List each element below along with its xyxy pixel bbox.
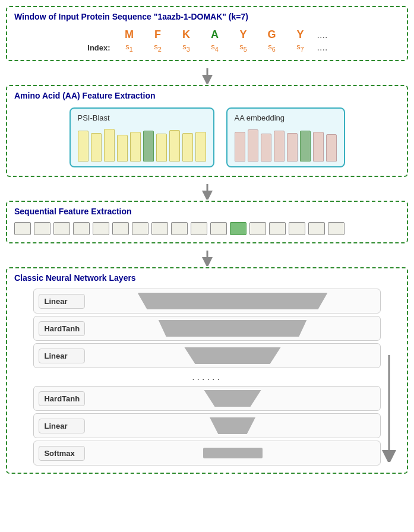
sq-16 (308, 222, 325, 235)
nn-layer-hardtanh-2: HardTanh (33, 386, 380, 411)
arrow-3 (199, 249, 216, 266)
residue-F: F (144, 27, 172, 42)
embed-bar-3 (261, 134, 271, 162)
embed-bar-6-green (300, 131, 311, 162)
embed-bar-4 (274, 131, 285, 162)
bar-7 (156, 134, 167, 162)
idx-4: s4 (201, 42, 229, 53)
embed-bar-1 (235, 132, 245, 162)
layer-label-softmax: Softmax (39, 446, 85, 461)
aa-feature-row: PSI-Blast AA embedding (14, 104, 400, 171)
final-arrow (382, 355, 396, 462)
layer-label-hardtanh-1: HardTanh (39, 321, 85, 336)
aa-embed-label: AA embedding (235, 113, 285, 122)
bar-2 (91, 133, 102, 162)
section-neural-network: Classic Neural Network Layers Linear Har… (6, 267, 408, 474)
residue-Y1: Y (229, 27, 258, 42)
bar-softmax (203, 448, 263, 458)
bar-9 (182, 133, 193, 162)
trap-container-5 (90, 416, 375, 435)
residue-G: G (258, 27, 286, 42)
section-protein-sequence: Window of Input Protein Sequence "1aazb-… (6, 6, 408, 61)
trapezoid-very-narrow (197, 390, 268, 407)
nn-layer-softmax: Softmax (33, 441, 380, 466)
nn-layer-linear-1: Linear (33, 289, 380, 314)
trap-container-1 (90, 292, 375, 311)
bar-4 (117, 135, 128, 162)
embed-bar-8 (326, 134, 337, 162)
sq-3 (53, 222, 70, 235)
nn-dots: ...... (192, 372, 222, 382)
section1-title: Window of Input Protein Sequence "1aazb-… (14, 12, 400, 21)
bar-3 (104, 129, 115, 162)
idx-3: s3 (172, 42, 201, 53)
psi-blast-bars (78, 126, 206, 162)
index-row: Index: s1 s2 s3 s4 s5 s6 s7 .... (87, 42, 328, 53)
sequential-feature-boxes (14, 220, 400, 238)
trapezoid-wide-1 (138, 293, 328, 309)
sq-14 (269, 222, 286, 235)
nn-layer-linear-3: Linear (33, 413, 380, 438)
index-dots: .... (317, 42, 328, 53)
residue-Y2: Y (286, 27, 315, 42)
idx-6: s6 (258, 42, 286, 53)
layer-label-linear-3: Linear (39, 419, 85, 433)
idx-2: s2 (144, 42, 172, 53)
layer-label-linear-2: Linear (39, 349, 85, 363)
trapezoid-medium-1 (156, 320, 310, 337)
sequence-table: M F K A Y G Y .... Index: s1 s2 s3 s4 s5… (14, 25, 400, 55)
trap-container-3 (90, 346, 375, 365)
bar-10 (195, 132, 206, 162)
bar-8 (169, 130, 180, 162)
sq-15 (289, 222, 305, 235)
nn-layer-container: Linear HardTanh Linear ...... HardTanh (14, 286, 400, 468)
sq-7 (132, 222, 148, 235)
sq-10 (191, 222, 207, 235)
arrow-1 (199, 67, 216, 84)
arrow-2 (199, 183, 216, 200)
residue-K: K (172, 27, 201, 42)
trap-container-2 (90, 319, 375, 338)
residue-M: M (115, 27, 144, 42)
trap-container-4 (90, 389, 375, 408)
section3-title: Sequential Feature Extraction (14, 207, 400, 216)
section-aa-feature: Amino Acid (AA) Feature Extraction PSI-B… (6, 85, 408, 177)
sq-5 (93, 222, 109, 235)
index-label: Index: (87, 43, 110, 52)
layer-label-linear-1: Linear (39, 294, 85, 309)
section2-title: Amino Acid (AA) Feature Extraction (14, 91, 400, 100)
nn-layer-hardtanh-1: HardTanh (33, 316, 380, 341)
idx-5: s5 (229, 42, 258, 53)
sq-17 (328, 222, 345, 235)
nn-layer-linear-2: Linear (33, 343, 380, 368)
residue-dots: .... (317, 30, 328, 40)
sq-6 (112, 222, 129, 235)
aa-embed-bars (235, 126, 337, 162)
layer-label-hardtanh-2: HardTanh (39, 391, 85, 406)
psi-blast-box: PSI-Blast (69, 107, 214, 167)
sq-2 (34, 222, 50, 235)
bar-5 (130, 132, 141, 162)
sq-11 (210, 222, 227, 235)
section4-title: Classic Neural Network Layers (14, 273, 400, 283)
residue-row: M F K A Y G Y .... (87, 27, 328, 42)
psi-blast-label: PSI-Blast (78, 113, 110, 122)
bar-6-green (143, 131, 154, 162)
sq-1 (14, 222, 31, 235)
bar-1 (78, 131, 89, 162)
trapezoid-narrow-2 (200, 417, 266, 434)
idx-7: s7 (286, 42, 315, 53)
residue-A: A (201, 27, 229, 42)
sq-13 (249, 222, 266, 235)
sq-8 (151, 222, 168, 235)
embed-bar-2 (248, 129, 258, 162)
final-arrow-container (382, 304, 396, 462)
idx-1: s1 (115, 42, 144, 53)
section-sequential-feature: Sequential Feature Extraction (6, 201, 408, 243)
sq-9 (171, 222, 188, 235)
trapezoid-narrow-1 (179, 347, 286, 364)
aa-embedding-box: AA embedding (226, 107, 345, 167)
trap-container-6 (90, 444, 375, 463)
embed-bar-5 (287, 133, 298, 162)
embed-bar-7 (313, 132, 324, 162)
